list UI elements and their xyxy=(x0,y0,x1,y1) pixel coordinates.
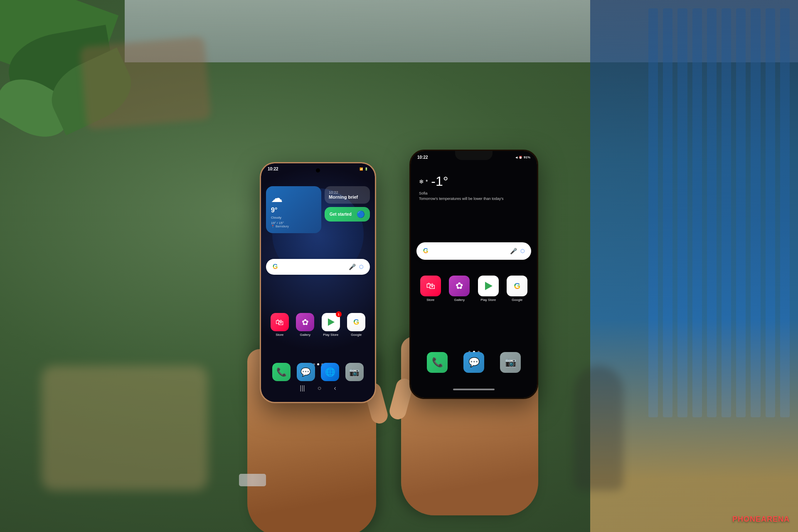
get-started-widget[interactable]: Get started 🔵 xyxy=(325,207,370,222)
wrist-watch xyxy=(239,474,266,486)
left-phone-holder: 10:22 📶 🔋 ☁ 9° Cloudy xyxy=(260,129,376,403)
snowflake-icon: ❄ * xyxy=(419,178,428,185)
watermark: PHONEARENA xyxy=(732,515,790,524)
right-weather-city: Sofia Tomorrow's temperatures will be lo… xyxy=(419,191,504,201)
lens-icon-left: ⬡ xyxy=(359,264,363,270)
city-name: Sofia xyxy=(419,191,504,196)
right-status-icons: ◀ ⏰ 91% xyxy=(515,155,530,159)
right-playstore-icon xyxy=(478,276,499,296)
phones-scene: 10:22 📶 🔋 ☁ 9° Cloudy xyxy=(0,0,798,532)
google-logo-right: G xyxy=(423,247,428,255)
right-app-gallery[interactable]: ✿ Gallery xyxy=(448,276,471,302)
right-messages-icon: 💬 xyxy=(463,352,484,373)
right-nav-line xyxy=(453,389,495,390)
battery-icon: ◀ xyxy=(515,156,517,159)
alarm-icon: ⏰ xyxy=(519,156,522,159)
right-temp: -1° xyxy=(431,174,448,189)
right-app-playstore[interactable]: Play Store xyxy=(477,276,500,302)
right-app-grid: 🛍 Store ✿ Gallery xyxy=(419,276,529,302)
right-app-google[interactable]: G Google xyxy=(506,276,529,302)
gallery-icon: ✿ xyxy=(296,313,314,331)
weather-description: Tomorrow's temperatures will be lower th… xyxy=(419,196,504,202)
left-app-store[interactable]: 🛍 Store xyxy=(269,313,290,337)
left-nav-bar: ||| ○ ‹ xyxy=(261,381,375,395)
right-phone-holder: 10:22 ◀ ⏰ 91% ❄ * xyxy=(409,150,538,399)
google-label-left: Google xyxy=(351,333,362,337)
right-phone-icon: 📞 xyxy=(427,352,448,373)
playstore-label: Play Store xyxy=(323,333,338,337)
right-camera-icon: 📷 xyxy=(500,352,521,373)
left-dock-camera[interactable]: 📷 xyxy=(345,363,364,381)
store-label: Store xyxy=(276,333,283,337)
right-gallery-icon: ✿ xyxy=(449,276,470,296)
left-phone: 10:22 📶 🔋 ☁ 9° Cloudy xyxy=(260,162,376,403)
brief-title: Morning brief xyxy=(329,195,366,200)
left-status-time: 10:22 xyxy=(268,167,278,171)
weather-highlow: 19° / 15° xyxy=(271,221,316,225)
weather-location: 📍 Barnsbury xyxy=(271,225,316,228)
right-status-time: 10:22 xyxy=(417,155,428,160)
left-app-playstore[interactable]: 1 Play Store xyxy=(320,313,341,337)
right-store-label: Store xyxy=(426,298,434,302)
right-search-bar[interactable]: G 🎤 ⬡ xyxy=(416,242,531,260)
morning-brief-widget: 10:22 Morning brief xyxy=(325,186,370,204)
right-dock-phone[interactable]: 📞 xyxy=(427,352,448,373)
left-status-icons: 📶 🔋 xyxy=(360,167,368,171)
left-widget-right: 10:22 Morning brief Get started 🔵 xyxy=(325,186,370,233)
weather-condition: Cloudy xyxy=(271,216,316,219)
right-dock-camera[interactable]: 📷 xyxy=(500,352,521,373)
left-app-gallery[interactable]: ✿ Gallery xyxy=(295,313,316,337)
nav-back[interactable]: ‹ xyxy=(334,384,336,392)
playstore-badge: 1 xyxy=(336,311,342,317)
left-status-bar: 10:22 📶 🔋 xyxy=(261,163,375,173)
right-gallery-label: Gallery xyxy=(454,298,465,302)
right-camera-bar xyxy=(455,151,493,160)
watermark-phone: PHONE xyxy=(732,515,761,523)
left-search-bar[interactable]: G 🎤 ⬡ xyxy=(266,259,370,275)
nav-recent[interactable]: ||| xyxy=(300,384,305,392)
messages-icon: 💬 xyxy=(297,363,315,381)
playstore-icon: 1 xyxy=(322,313,340,331)
cloud-icon: ☁ xyxy=(271,191,316,205)
left-dock-messages[interactable]: 💬 xyxy=(297,363,315,381)
watermark-arena: ARENA xyxy=(761,515,790,523)
weather-top-row: ❄ * -1° xyxy=(419,174,504,189)
google-icon-left: G xyxy=(347,313,365,331)
right-app-store[interactable]: 🛍 Store xyxy=(419,276,442,302)
left-camera-notch xyxy=(316,168,320,172)
right-status-bar: 10:22 ◀ ⏰ 91% xyxy=(411,151,537,161)
right-playstore-label: Play Store xyxy=(480,298,496,302)
left-widgets: ☁ 9° Cloudy 19° / 15° 📍 Barnsbury 10:22 … xyxy=(266,186,370,233)
google-logo-left: G xyxy=(273,263,278,271)
browser-icon: 🌐 xyxy=(321,363,339,381)
left-phone-screen: 10:22 📶 🔋 ☁ 9° Cloudy xyxy=(261,163,375,402)
right-google-icon: G xyxy=(507,276,527,296)
phone-icon: 📞 xyxy=(272,363,291,381)
weather-temp: 9° xyxy=(271,207,316,214)
right-google-label: Google xyxy=(512,298,522,302)
store-icon: 🛍 xyxy=(271,313,289,331)
left-dock: 📞 💬 🌐 xyxy=(269,363,367,381)
nav-home[interactable]: ○ xyxy=(318,384,322,392)
brief-time: 10:22 xyxy=(329,190,366,195)
mic-icon-right: 🎤 xyxy=(510,248,517,254)
lens-icon-right: ⬡ xyxy=(520,248,525,254)
battery-percent: 91% xyxy=(524,155,530,159)
right-dock: 📞 💬 📷 xyxy=(419,352,529,373)
camera-icon: 📷 xyxy=(345,363,364,381)
right-dock-messages[interactable]: 💬 xyxy=(463,352,484,373)
left-dock-browser[interactable]: 🌐 xyxy=(321,363,339,381)
right-phone: 10:22 ◀ ⏰ 91% ❄ * xyxy=(409,150,538,399)
left-app-google[interactable]: G Google xyxy=(346,313,367,337)
left-app-grid: 🛍 Store ✿ Gallery xyxy=(269,313,367,337)
right-phone-screen: 10:22 ◀ ⏰ 91% ❄ * xyxy=(411,151,537,398)
left-weather-widget: ☁ 9° Cloudy 19° / 15° 📍 Barnsbury xyxy=(266,186,321,233)
gallery-label: Gallery xyxy=(300,333,310,337)
right-store-icon: 🛍 xyxy=(420,276,441,296)
get-started-label: Get started xyxy=(330,212,352,217)
left-dock-phone[interactable]: 📞 xyxy=(272,363,291,381)
mic-icon-left: 🎤 xyxy=(349,264,356,270)
right-weather-widget: ❄ * -1° Sofia Tomorrow's temperatures wi… xyxy=(419,174,504,201)
